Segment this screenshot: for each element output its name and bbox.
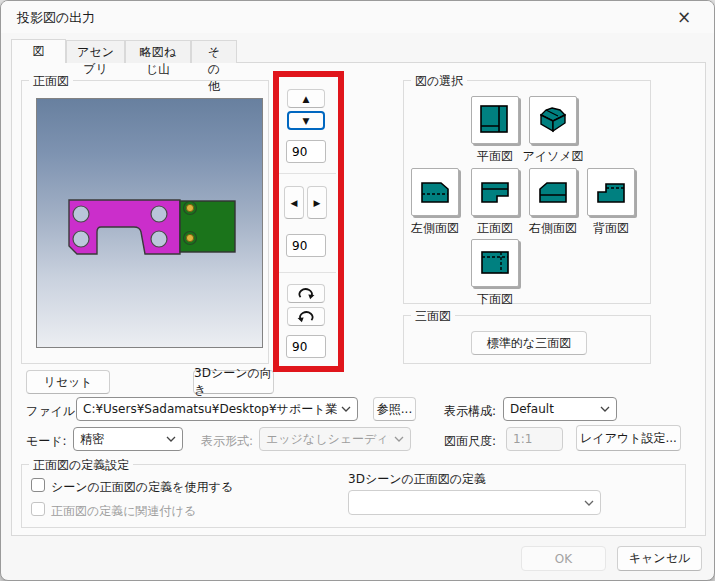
mode-label: モード:: [26, 433, 67, 450]
scene-orientation-button[interactable]: 3Dシーンの向き: [193, 370, 274, 394]
left-arrow-icon: ◀: [291, 198, 298, 208]
display-format-label: 表示形式:: [201, 433, 253, 450]
left-side-view-icon: [417, 174, 453, 210]
display-config-value: Default: [510, 402, 596, 416]
chevron-down-icon: [600, 406, 610, 412]
front-view-button[interactable]: [471, 168, 519, 216]
title-bar: 投影図の出力 ×: [1, 1, 714, 33]
rotate-right-button[interactable]: ▶: [307, 186, 327, 219]
close-icon[interactable]: ×: [668, 5, 700, 29]
button-label: キャンセル: [629, 550, 690, 567]
scene-def-label: 3Dシーンの正面図の定義: [348, 471, 486, 488]
dialog-title: 投影図の出力: [17, 9, 95, 27]
button-label: OK: [555, 552, 572, 566]
link-def-label: 正面図の定義に関連付ける: [51, 503, 196, 520]
three-view-group-label: 三面図: [411, 308, 455, 325]
chevron-down-icon: [584, 500, 594, 506]
rotate-cw-button[interactable]: [287, 284, 325, 303]
rotate-cw-icon: [297, 287, 315, 300]
ok-button: OK: [521, 546, 606, 571]
drawing-scale-value: 1:1: [513, 432, 556, 446]
mode-value: 精密: [80, 431, 162, 448]
plan-view-icon: [477, 102, 513, 138]
file-path-combobox[interactable]: C:¥Users¥Sadamatsu¥Desktop¥サポート業務¥サンプル: [76, 397, 358, 421]
bottom-view-button[interactable]: [471, 239, 519, 287]
right-side-view-icon: [535, 174, 571, 210]
rotate-ccw-icon: [297, 310, 315, 323]
chevron-down-icon: [394, 436, 404, 442]
back-view-icon: [593, 174, 629, 210]
iso-view-label: アイソメ図: [517, 148, 589, 165]
cancel-button[interactable]: キャンセル: [617, 546, 702, 571]
drawing-scale-field: 1:1: [506, 427, 563, 451]
front-view-icon: [477, 174, 513, 210]
tab-label: 図: [33, 44, 45, 58]
left-side-view-button[interactable]: [411, 168, 459, 216]
button-label: 3Dシーンの向き: [194, 365, 273, 399]
plan-view-button[interactable]: [471, 96, 519, 144]
view-selection-group-label: 図の選択: [411, 73, 467, 90]
rotate-ccw-button[interactable]: [287, 307, 325, 326]
display-format-combobox: エッジなしシェーディング: [259, 427, 411, 451]
back-view-button[interactable]: [587, 168, 635, 216]
tab-assembly[interactable]: アセンブリ: [66, 40, 125, 63]
bottom-view-label: 下面図: [459, 291, 531, 308]
link-def-checkbox: [31, 502, 45, 516]
standard-three-view-button[interactable]: 標準的な三面図: [471, 331, 587, 355]
horizontal-angle-input[interactable]: [286, 234, 326, 257]
reset-button[interactable]: リセット: [26, 370, 110, 394]
scene-def-combobox[interactable]: [348, 490, 601, 515]
chevron-down-icon: [341, 406, 351, 412]
front-view-group-label: 正面図: [29, 73, 73, 90]
rotate-left-button[interactable]: ◀: [284, 186, 304, 219]
button-label: 参照...: [377, 401, 412, 418]
preview-canvas[interactable]: [36, 98, 263, 348]
browse-button[interactable]: 参照...: [373, 397, 416, 421]
file-label: ファイル:: [26, 403, 79, 420]
tab-other[interactable]: その他: [191, 40, 237, 63]
up-arrow-icon: ▲: [303, 94, 310, 104]
drawing-scale-label: 図面尺度:: [444, 433, 496, 450]
use-scene-def-label: シーンの正面図の定義を使用する: [51, 479, 233, 496]
down-arrow-icon: ▼: [303, 116, 310, 126]
display-config-combobox[interactable]: Default: [503, 397, 617, 421]
roll-angle-input[interactable]: [286, 335, 326, 358]
separator: [278, 272, 336, 273]
button-label: レイアウト設定...: [580, 430, 677, 447]
right-arrow-icon: ▶: [314, 198, 321, 208]
tab-zu[interactable]: 図: [11, 39, 66, 63]
file-path-value: C:¥Users¥Sadamatsu¥Desktop¥サポート業務¥サンプル: [83, 401, 337, 418]
display-config-label: 表示構成:: [444, 403, 496, 420]
projection-output-dialog: 投影図の出力 × 図 アセンブリ 略図ねじ山 その他 正面図 ▲ ▼: [0, 0, 715, 581]
use-scene-def-checkbox[interactable]: [31, 478, 45, 492]
button-label: リセット: [43, 374, 92, 391]
back-view-label: 背面図: [575, 220, 647, 237]
vertical-angle-input[interactable]: [286, 140, 326, 163]
layout-settings-button[interactable]: レイアウト設定...: [576, 425, 681, 451]
chevron-down-icon: [166, 436, 176, 442]
iso-view-icon: [535, 102, 571, 138]
separator: [278, 173, 336, 174]
right-side-view-button[interactable]: [529, 168, 577, 216]
mode-combobox[interactable]: 精密: [73, 427, 183, 451]
tab-thread[interactable]: 略図ねじ山: [125, 40, 191, 63]
display-format-value: エッジなしシェーディング: [266, 431, 390, 448]
bottom-view-icon: [477, 245, 513, 281]
model-preview: [37, 99, 264, 349]
rotate-up-button[interactable]: ▲: [287, 89, 325, 108]
rotate-down-button[interactable]: ▼: [287, 111, 325, 130]
front-def-group-label: 正面図の定義設定: [29, 457, 133, 474]
button-label: 標準的な三面図: [487, 335, 571, 352]
iso-view-button[interactable]: [529, 96, 577, 144]
